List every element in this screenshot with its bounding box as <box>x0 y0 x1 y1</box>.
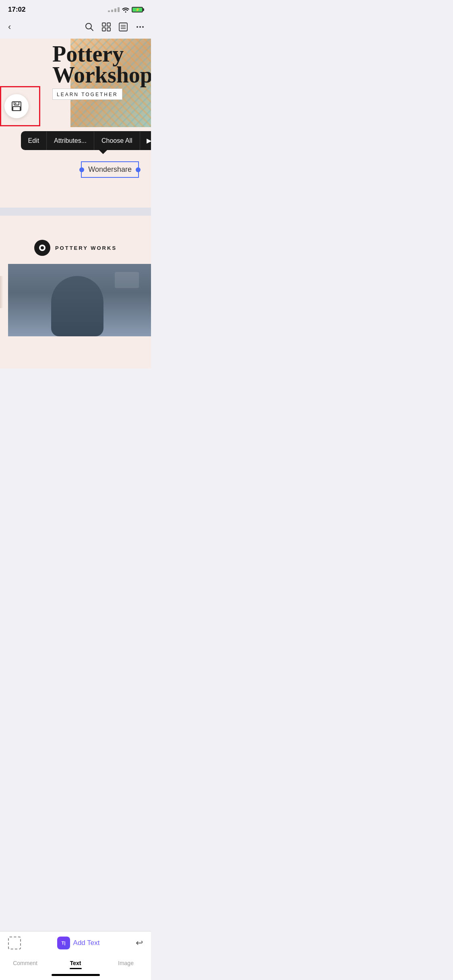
list-icon[interactable] <box>119 23 128 31</box>
pottery-title: Pottery <box>52 43 151 65</box>
svg-rect-4 <box>102 28 105 31</box>
left-page-edge <box>0 216 8 369</box>
save-icon <box>11 101 22 112</box>
page-image-bg <box>8 264 151 336</box>
handle-right[interactable] <box>136 167 141 172</box>
handle-left[interactable] <box>79 167 84 172</box>
status-icons: ⚡ <box>108 7 143 12</box>
context-menu: Edit Attributes... Choose All ▶ <box>21 131 151 150</box>
status-time: 17:02 <box>8 6 25 14</box>
page-divider <box>0 208 151 216</box>
pottery-subtitle-bar: LEARN TOGETHER <box>52 89 122 100</box>
wifi-icon <box>122 7 129 12</box>
save-button-container <box>0 86 40 126</box>
second-page: POTTERY WORKS <box>0 216 151 369</box>
svg-rect-3 <box>107 23 110 26</box>
left-page-curl <box>0 276 3 308</box>
surface-highlight <box>115 272 139 288</box>
svg-line-1 <box>91 28 93 31</box>
svg-point-10 <box>137 26 138 28</box>
svg-point-18 <box>41 246 44 249</box>
top-toolbar: ‹ <box>0 17 151 39</box>
pottery-logo-svg <box>38 244 46 252</box>
svg-rect-2 <box>102 23 105 26</box>
svg-rect-14 <box>14 102 19 105</box>
svg-rect-16 <box>15 103 16 104</box>
second-page-content: POTTERY WORKS <box>0 216 151 336</box>
search-icon[interactable] <box>85 23 94 31</box>
attributes-menu-item[interactable]: Attributes... <box>47 132 94 150</box>
battery-icon: ⚡ <box>132 7 143 12</box>
pottery-subtitle: LEARN TOGETHER <box>57 92 118 97</box>
svg-rect-15 <box>13 107 20 111</box>
context-menu-more-button[interactable]: ▶ <box>140 131 151 150</box>
edit-menu-item[interactable]: Edit <box>21 132 47 150</box>
pottery-logo-row: POTTERY WORKS <box>0 240 151 264</box>
svg-rect-5 <box>107 28 110 31</box>
pottery-title2: Workshop <box>52 64 151 86</box>
grid-icon[interactable] <box>102 23 111 31</box>
second-page-image <box>8 264 151 336</box>
pottery-title-block: Pottery Workshop LEARN TOGETHER <box>52 39 151 100</box>
status-bar: 17:02 ⚡ <box>0 0 151 17</box>
more-icon[interactable] <box>136 23 145 31</box>
choose-all-menu-item[interactable]: Choose All <box>94 132 140 150</box>
wondershare-text-element[interactable]: Wondershare <box>81 161 139 178</box>
back-button[interactable]: ‹ <box>6 20 12 34</box>
wondershare-text: Wondershare <box>88 165 132 173</box>
canvas-area: Pottery Workshop LEARN TOGETHER Edit Att… <box>0 39 151 208</box>
pottery-logo-icon <box>34 240 50 256</box>
save-button[interactable] <box>4 94 29 118</box>
person-silhouette <box>51 276 103 336</box>
pottery-works-label: POTTERY WORKS <box>55 245 117 251</box>
svg-point-12 <box>142 26 144 28</box>
svg-point-11 <box>139 26 141 28</box>
signal-icon <box>108 7 120 12</box>
